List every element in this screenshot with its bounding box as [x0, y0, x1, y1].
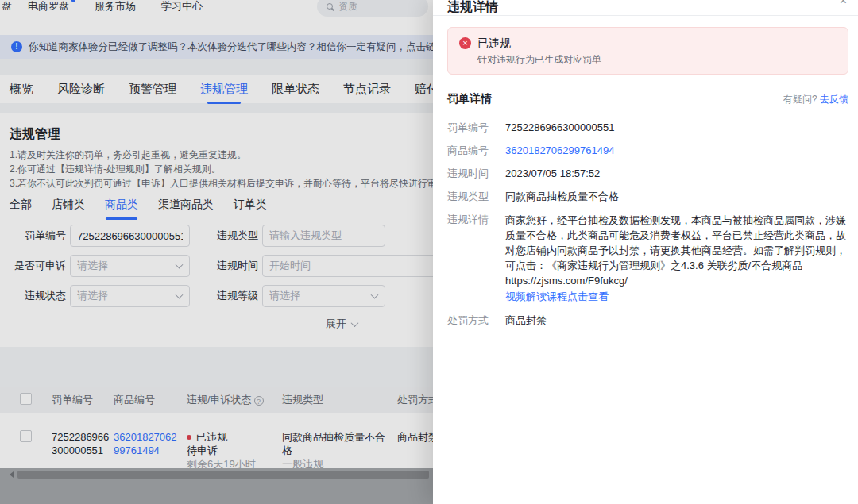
violation-type-placeholder: 请输入违规类型 [269, 229, 342, 243]
subtab-all[interactable]: 全部 [10, 198, 32, 212]
field-ticket-no: 罚单编号 7252286966300000551 [447, 121, 848, 135]
expand-label: 展开 [326, 317, 346, 331]
violation-alert: × 已违规 针对违规行为已生成对应罚单 [447, 27, 848, 75]
field-violation-time: 违规时间 2023/07/05 18:57:52 [447, 167, 848, 181]
subtab-product[interactable]: 商品类 [105, 198, 138, 212]
tab-overview[interactable]: 概览 [10, 82, 33, 97]
violation-status-placeholder: 请选择 [77, 289, 108, 303]
tab-node-records[interactable]: 节点记录 [343, 82, 391, 97]
alert-description: 针对违规行为已生成对应罚单 [477, 53, 601, 67]
nav-item-compass[interactable]: 电商罗盘 [28, 0, 69, 13]
close-icon[interactable]: × [840, 0, 847, 8]
status-text: 已违规 [196, 430, 227, 444]
chevron-down-icon [371, 291, 379, 299]
tab-violation-mgmt[interactable]: 违规管理 [200, 82, 248, 97]
feedback-link[interactable]: 去反馈 [820, 94, 848, 105]
chevron-down-icon [176, 291, 184, 299]
col-header-ticket-no: 罚单编号 [52, 393, 114, 407]
violation-level-placeholder: 请选择 [269, 289, 300, 303]
screen: 盘 电商罗盘 服务市场 学习中心 资质 ! 你知道商家体验分已经做了调整吗？本次… [0, 0, 858, 504]
chevron-down-icon [351, 319, 359, 327]
alert-title: 已违规 [477, 35, 601, 51]
chevron-down-icon [176, 261, 184, 269]
field-label: 违规详情 [447, 213, 505, 304]
ticket-no-value: 7252286966300000551 [77, 230, 183, 242]
filter-label-violation-type: 违规类型 [190, 229, 258, 243]
col-header-status: 违规/申诉状态? [187, 393, 282, 407]
drawer-title: 违规详情 [447, 0, 498, 16]
filter-label-ticket-no: 罚单编号 [10, 229, 66, 243]
row-checkbox[interactable] [20, 430, 32, 442]
violation-detail-body: 商家您好，经平台抽检及数据检测发现，本商品与被抽检商品属同款，涉嫌质量不合格，此… [505, 214, 846, 287]
drawer-body: × 已违规 针对违规行为已生成对应罚单 罚单详情 有疑问? 去反馈 罚单编号 7… [433, 16, 858, 328]
section-title: 罚单详情 [447, 92, 492, 106]
search-input[interactable]: 资质 [317, 0, 428, 17]
field-value: 2023/07/05 18:57:52 [505, 167, 600, 181]
scroll-left-arrow-icon[interactable] [10, 471, 14, 478]
violation-status-select[interactable]: 请选择 [70, 285, 190, 307]
info-icon: ! [11, 41, 22, 52]
field-product-no: 商品编号 3620182706299761494 [447, 144, 848, 158]
subtab-channel-product[interactable]: 渠道商品类 [158, 198, 214, 212]
error-circle-icon: × [459, 37, 471, 49]
date-range-separator: – [424, 260, 430, 272]
filter-label-violation-status: 违规状态 [10, 289, 66, 303]
product-no-link[interactable]: 3620182706299761494 [505, 144, 614, 158]
feedback-hint: 有疑问? [783, 94, 817, 105]
notification-dot [72, 0, 75, 2]
tab-risk-diagnosis[interactable]: 风险诊断 [57, 82, 105, 97]
violation-detail-text: 商家您好，经平台抽检及数据检测发现，本商品与被抽检商品属同款，涉嫌质量不合格，此… [505, 213, 848, 304]
ticket-detail-fields: 罚单编号 7252286966300000551 商品编号 3620182706… [447, 121, 848, 328]
subtab-order[interactable]: 订单类 [234, 198, 267, 212]
field-label: 处罚方式 [447, 314, 505, 328]
start-time-placeholder: 开始时间 [269, 259, 311, 273]
select-all-checkbox[interactable] [20, 393, 32, 405]
field-label: 罚单编号 [447, 121, 505, 135]
field-value: 同款商品抽检质量不合格 [505, 190, 619, 204]
search-icon [327, 3, 333, 10]
cell-status: 已违规 待申诉 剩余6天19小时 [187, 430, 282, 471]
video-course-link[interactable]: 视频解读课程点击查看 [505, 289, 848, 304]
field-label: 商品编号 [447, 144, 505, 158]
nav-item-partial[interactable]: 盘 [2, 0, 12, 13]
filter-label-appealable: 是否可申诉 [10, 259, 66, 273]
field-violation-detail: 违规详情 商家您好，经平台抽检及数据检测发现，本商品与被抽检商品属同款，涉嫌质量… [447, 213, 848, 304]
status-sub-text: 待申诉 [187, 444, 276, 457]
ticket-no-input[interactable]: 7252286966300000551 [70, 225, 190, 247]
nav-item-compass-label: 电商罗盘 [28, 0, 69, 12]
cell-product-no-link[interactable]: 3620182706299761494 [114, 431, 177, 456]
field-value: 7252286966300000551 [505, 121, 614, 135]
ticket-detail-section-header: 罚单详情 有疑问? 去反馈 [447, 92, 848, 106]
drawer-header: 违规详情 × [433, 0, 858, 16]
cell-violation-type: 同款商品抽检质量不合格 一般违规 [282, 430, 397, 471]
expand-filters-button[interactable]: 展开 [326, 317, 373, 331]
tab-warning-mgmt[interactable]: 预警管理 [129, 82, 176, 97]
violation-type-input[interactable]: 请输入违规类型 [262, 225, 385, 247]
nav-item-learning-center[interactable]: 学习中心 [161, 0, 203, 13]
field-value: 商品封禁 [505, 314, 547, 328]
nav-item-service-market[interactable]: 服务市场 [95, 0, 136, 13]
field-label: 违规时间 [447, 167, 505, 181]
scrollbar-thumb[interactable] [17, 471, 429, 479]
tab-order-limit-status[interactable]: 限单状态 [272, 82, 319, 97]
cell-ticket-no: 7252286966300000551 [52, 430, 114, 457]
filter-label-violation-level: 违规等级 [190, 289, 258, 303]
violation-status-dot [187, 435, 191, 440]
search-placeholder: 资质 [338, 0, 358, 13]
violation-level-select[interactable]: 请选择 [262, 285, 385, 307]
field-penalty: 处罚方式 商品封禁 [447, 314, 848, 328]
filter-label-violation-time: 违规时间 [190, 259, 258, 273]
col-header-violation-type: 违规类型 [282, 393, 397, 407]
appealable-placeholder: 请选择 [77, 259, 108, 273]
violation-detail-drawer: 违规详情 × × 已违规 针对违规行为已生成对应罚单 罚单详情 有疑问? 去反馈… [433, 0, 858, 504]
appealable-select[interactable]: 请选择 [70, 255, 190, 277]
violation-type-text: 同款商品抽检质量不合格 [282, 430, 391, 457]
col-header-product-no: 商品编号 [114, 393, 187, 407]
field-violation-type: 违规类型 同款商品抽检质量不合格 [447, 190, 848, 204]
subtab-shop[interactable]: 店铺类 [52, 198, 85, 212]
help-icon[interactable]: ? [254, 396, 264, 406]
field-label: 违规类型 [447, 190, 505, 204]
